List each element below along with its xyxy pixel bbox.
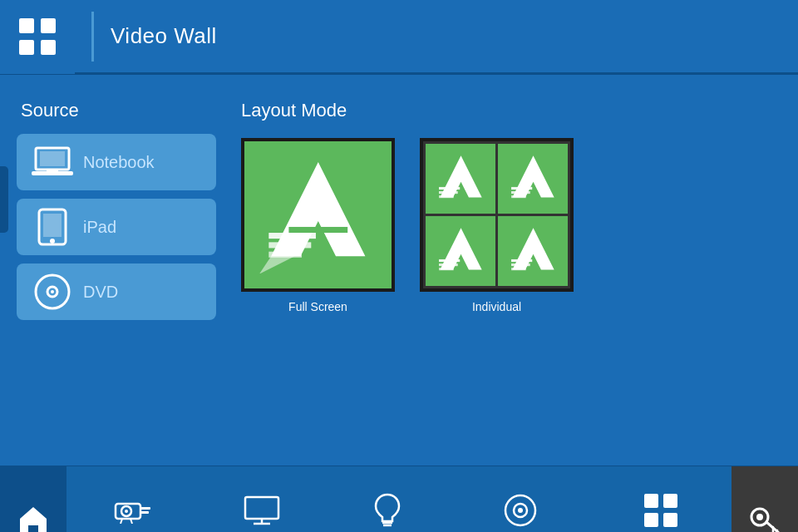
cell-br bbox=[498, 216, 568, 286]
svg-rect-26 bbox=[511, 190, 530, 193]
grid2-icon bbox=[643, 494, 678, 527]
individual-label: Individual bbox=[472, 300, 521, 313]
svg-marker-36 bbox=[20, 507, 47, 533]
svg-rect-9 bbox=[43, 214, 62, 237]
svg-rect-52 bbox=[644, 494, 658, 508]
svg-marker-19 bbox=[259, 256, 294, 273]
svg-rect-44 bbox=[245, 497, 278, 519]
svg-rect-55 bbox=[663, 513, 677, 527]
svg-rect-53 bbox=[663, 494, 677, 508]
svg-point-51 bbox=[518, 508, 523, 513]
fullscreen-cell bbox=[244, 141, 392, 288]
main-content: Source Notebook iPad bbox=[0, 75, 798, 466]
dvd-label: DVD bbox=[83, 283, 118, 302]
svg-rect-33 bbox=[511, 259, 532, 261]
disc-icon bbox=[29, 273, 75, 311]
svg-marker-32 bbox=[512, 228, 554, 269]
svg-rect-30 bbox=[439, 263, 458, 265]
ipad-label: iPad bbox=[83, 218, 116, 237]
svg-rect-27 bbox=[511, 195, 526, 198]
notebook-label: Notebook bbox=[83, 153, 155, 172]
sidebar-item-dvd[interactable]: DVD bbox=[17, 264, 216, 320]
svg-rect-34 bbox=[511, 263, 530, 265]
svg-rect-29 bbox=[439, 259, 460, 261]
svg-rect-2 bbox=[19, 40, 34, 55]
content-area: Layout Mode bbox=[216, 91, 781, 449]
svg-rect-15 bbox=[288, 227, 347, 233]
nav-item-lighting[interactable]: Lighting bbox=[354, 485, 420, 533]
svg-marker-28 bbox=[440, 228, 481, 269]
header: Video Wall bbox=[0, 0, 798, 75]
sidebar-item-ipad[interactable]: iPad bbox=[17, 199, 216, 255]
bulb-icon bbox=[374, 494, 401, 527]
projector-icon bbox=[114, 494, 152, 527]
svg-rect-17 bbox=[268, 242, 311, 248]
svg-rect-31 bbox=[439, 268, 454, 270]
nav-item-screen[interactable]: Screen bbox=[230, 485, 292, 533]
layout-mode-label: Layout Mode bbox=[241, 100, 756, 121]
home-button[interactable] bbox=[0, 466, 66, 532]
svg-rect-21 bbox=[439, 186, 460, 189]
svg-rect-40 bbox=[140, 507, 150, 510]
layout-option-individual[interactable]: Individual bbox=[420, 138, 574, 313]
svg-rect-23 bbox=[439, 195, 454, 198]
svg-point-13 bbox=[51, 290, 54, 293]
fullscreen-grid bbox=[241, 138, 395, 292]
svg-point-39 bbox=[125, 510, 128, 513]
svg-rect-0 bbox=[19, 18, 34, 33]
nav-item-bd-player[interactable]: BD Player bbox=[481, 485, 559, 533]
svg-rect-54 bbox=[644, 513, 658, 527]
svg-rect-35 bbox=[511, 268, 526, 270]
svg-rect-41 bbox=[140, 511, 149, 514]
svg-point-57 bbox=[756, 514, 763, 520]
cell-tl bbox=[426, 144, 495, 214]
source-label: Source bbox=[21, 100, 216, 121]
layout-options: Full Screen bbox=[241, 138, 756, 313]
disc2-icon bbox=[503, 494, 538, 527]
sidebar: Source Notebook iPad bbox=[17, 91, 216, 449]
footer: Projector Screen Lighting bbox=[0, 466, 798, 532]
individual-grid bbox=[420, 138, 574, 292]
fullscreen-label: Full Screen bbox=[288, 300, 347, 313]
layout-option-fullscreen[interactable]: Full Screen bbox=[241, 138, 395, 313]
screen-icon bbox=[244, 494, 280, 527]
nav-item-projector[interactable]: Projector bbox=[97, 485, 169, 533]
svg-rect-3 bbox=[41, 40, 56, 55]
cell-bl bbox=[426, 216, 495, 286]
key-icon bbox=[748, 504, 781, 533]
header-divider bbox=[91, 12, 94, 62]
svg-rect-16 bbox=[268, 233, 316, 239]
sidebar-accent bbox=[0, 166, 8, 233]
tablet-icon bbox=[29, 208, 75, 246]
laptop-icon bbox=[29, 146, 75, 178]
header-icon-wrap bbox=[0, 0, 75, 74]
grid-icon bbox=[17, 17, 57, 57]
svg-rect-7 bbox=[47, 170, 58, 173]
svg-rect-25 bbox=[511, 186, 532, 189]
footer-nav: Projector Screen Lighting bbox=[66, 466, 732, 532]
svg-rect-1 bbox=[41, 18, 56, 33]
svg-rect-5 bbox=[40, 151, 65, 166]
home-icon bbox=[17, 504, 50, 533]
svg-rect-22 bbox=[439, 190, 458, 193]
key-button[interactable] bbox=[732, 466, 798, 532]
svg-point-10 bbox=[50, 239, 55, 244]
cell-tr bbox=[498, 144, 568, 214]
nav-item-video-wall[interactable]: Video Wall bbox=[621, 485, 701, 533]
sidebar-item-notebook[interactable]: Notebook bbox=[17, 134, 216, 190]
page-title: Video Wall bbox=[111, 23, 217, 49]
